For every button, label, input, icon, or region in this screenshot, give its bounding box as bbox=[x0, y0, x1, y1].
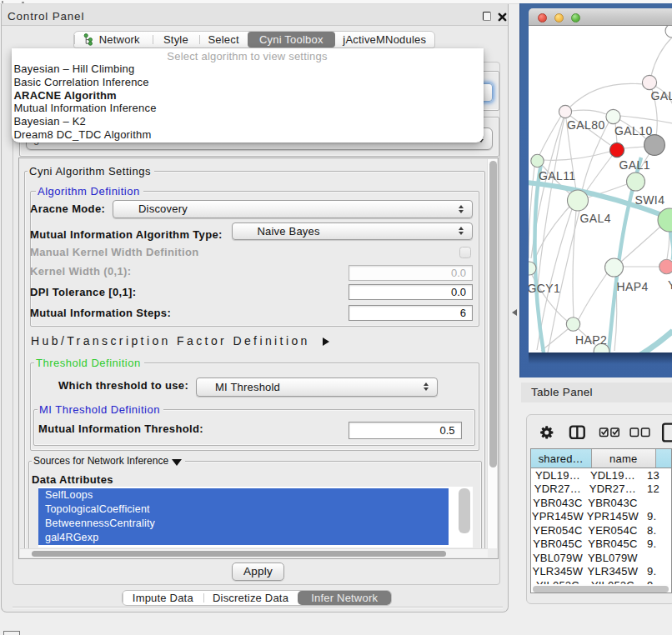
network-node[interactable] bbox=[627, 172, 645, 191]
list-vscroll-thumb[interactable] bbox=[459, 488, 470, 533]
network-node[interactable] bbox=[531, 154, 544, 167]
settings-viewport: Cyni Algorithm Settings Algorithm Defini… bbox=[20, 159, 488, 548]
close-icon[interactable] bbox=[498, 12, 507, 22]
kernel-width-field[interactable]: 0.0 bbox=[349, 265, 474, 281]
app-root: Control Panel bbox=[0, 0, 672, 635]
float-window-icon[interactable] bbox=[483, 12, 491, 21]
algorithm-definition-title: Algorithm Definition bbox=[36, 185, 143, 198]
bottom-tab[interactable]: Infer Network bbox=[298, 591, 391, 605]
network-node[interactable] bbox=[566, 318, 579, 331]
network-node[interactable] bbox=[659, 259, 672, 274]
attribute-list-item[interactable]: TopologicalCoefficient bbox=[38, 502, 449, 517]
attribute-list-item[interactable]: BetweennessCentrality bbox=[38, 517, 449, 531]
network-node[interactable] bbox=[606, 109, 620, 123]
network-node[interactable] bbox=[609, 142, 624, 157]
table-row[interactable]: YDL19… YDL19… 13 bbox=[531, 468, 671, 482]
table-cell: YLR345W bbox=[584, 565, 641, 579]
network-edge bbox=[537, 209, 572, 350]
table-row[interactable]: YIL052C YIL052C 9. bbox=[531, 578, 671, 584]
combo-arrows-icon bbox=[459, 205, 464, 213]
dpi-tolerance-label: DPI Tolerance [0,1]: bbox=[30, 286, 136, 298]
table-row[interactable]: YBR043C YBR043C bbox=[531, 496, 671, 510]
control-panel-window: Control Panel bbox=[1, 4, 509, 612]
node-label: GAL10 bbox=[614, 124, 653, 138]
top-tab[interactable]: Style bbox=[153, 32, 200, 48]
tab-label: jActiveMNodules bbox=[343, 33, 426, 46]
mi-steps-field[interactable]: 6 bbox=[349, 305, 474, 321]
kernel-width-label: Kernel Width (0,1): bbox=[30, 265, 131, 278]
manual-kernel-checkbox[interactable] bbox=[459, 247, 471, 258]
cyni-algorithm-settings-title: Cyni Algorithm Settings bbox=[28, 165, 154, 178]
column-header[interactable]: shared… bbox=[531, 449, 592, 468]
table-cell bbox=[641, 496, 671, 510]
bottom-tab-label: Infer Network bbox=[311, 592, 378, 604]
popup-item[interactable]: Basic Correlation Inference bbox=[14, 76, 481, 89]
settings-hscrollbar[interactable] bbox=[20, 548, 488, 558]
popup-header: Select algorithm to view settings bbox=[12, 50, 484, 62]
control-panel-titlebar[interactable]: Control Panel bbox=[2, 4, 508, 26]
close-traffic-light[interactable] bbox=[538, 13, 547, 22]
partial-panel-icon bbox=[3, 631, 20, 635]
top-tab[interactable]: Network bbox=[74, 32, 153, 48]
table-header-row: shared…nameA bbox=[531, 449, 672, 468]
table-cell: 9. bbox=[641, 538, 671, 552]
settings-vscroll-thumb[interactable] bbox=[489, 161, 497, 468]
popup-item[interactable]: Mutual Information Inference bbox=[14, 102, 481, 115]
sources-title: Sources for Network Inference bbox=[32, 455, 185, 468]
column-header[interactable]: name bbox=[592, 449, 657, 468]
table-row[interactable]: YER054C YER054C 8. bbox=[531, 523, 671, 538]
dpi-tolerance-field[interactable]: 0.0 bbox=[349, 284, 474, 300]
popup-item[interactable]: ARACNE Algorithm bbox=[14, 89, 481, 102]
document-icon[interactable] bbox=[663, 424, 672, 442]
aracne-mode-value: Discovery bbox=[138, 201, 188, 218]
network-node[interactable] bbox=[644, 135, 665, 156]
mit-field[interactable]: 0.5 bbox=[349, 422, 462, 440]
aracne-mode-combobox[interactable]: Discovery bbox=[113, 200, 473, 218]
network-edge bbox=[667, 232, 669, 259]
combo-arrows-icon bbox=[424, 382, 429, 391]
unchecked-boxes-icon[interactable] bbox=[630, 428, 649, 436]
table-panel-header[interactable]: Table Panel bbox=[521, 382, 672, 402]
table-cell: YDL19… bbox=[531, 468, 584, 482]
zoom-traffic-light[interactable] bbox=[571, 13, 580, 22]
table-row[interactable]: YPR145W YPR145W 9. bbox=[531, 510, 671, 524]
top-tab[interactable]: Select bbox=[199, 32, 248, 48]
network-node[interactable] bbox=[642, 75, 656, 89]
minimize-traffic-light[interactable] bbox=[554, 13, 564, 22]
checked-boxes-icon[interactable] bbox=[600, 428, 619, 436]
table-hscrollbar[interactable] bbox=[531, 584, 671, 593]
gear-icon[interactable] bbox=[540, 426, 553, 438]
table-row[interactable]: YLR345W YLR345W 9. bbox=[531, 565, 671, 579]
bottom-tab[interactable]: Discretize Data bbox=[203, 591, 298, 605]
table-cell: YER054C bbox=[584, 523, 641, 538]
settings-hscroll-thumb[interactable] bbox=[32, 551, 446, 557]
popup-item[interactable]: Bayesian – Hill Climbing bbox=[14, 62, 481, 76]
popup-item[interactable]: Dream8 DC_TDC Algorithm bbox=[14, 128, 481, 142]
table-panel-title: Table Panel bbox=[531, 382, 593, 402]
columns-icon[interactable] bbox=[570, 427, 584, 438]
which-threshold-combobox[interactable]: MI Threshold bbox=[196, 378, 438, 397]
table-row[interactable]: YBL079W YBL079W bbox=[531, 551, 671, 565]
table-row[interactable]: YDR27… YDR27… 12 bbox=[531, 482, 671, 497]
network-node[interactable] bbox=[559, 105, 571, 118]
mi-type-combobox[interactable]: Naive Bayes bbox=[232, 222, 473, 241]
splitter-collapse-icon[interactable] bbox=[512, 309, 517, 316]
network-window-titlebar[interactable] bbox=[529, 8, 672, 26]
top-tab[interactable]: jActiveMNodules bbox=[335, 32, 434, 48]
network-node[interactable] bbox=[568, 190, 589, 211]
table-hscroll-thumb[interactable] bbox=[533, 586, 669, 592]
apply-button[interactable]: Apply bbox=[232, 562, 284, 581]
network-node[interactable] bbox=[665, 26, 672, 38]
popup-item[interactable]: Bayesian – K2 bbox=[14, 115, 481, 128]
hub-definition-label[interactable]: Hub/Transcription Factor Definition bbox=[31, 334, 329, 348]
network-canvas[interactable]: GALGAL80GAL10GAL1GAL11SWI4GAL4GCY1HAP4YH… bbox=[529, 26, 672, 352]
network-node[interactable] bbox=[605, 258, 624, 277]
table-cell: YLR345W bbox=[531, 565, 584, 579]
attribute-list-item[interactable]: gal4RGexp bbox=[38, 531, 449, 545]
top-tab[interactable]: Cyni Toolbox bbox=[248, 32, 335, 48]
settings-vscrollbar[interactable] bbox=[487, 159, 497, 548]
attribute-list-item[interactable]: SelfLoops bbox=[38, 488, 449, 502]
table-row[interactable]: YBR045C YBR045C 9. bbox=[531, 538, 671, 552]
column-header[interactable]: A bbox=[656, 449, 672, 468]
bottom-tab[interactable]: Impute Data bbox=[123, 591, 203, 605]
